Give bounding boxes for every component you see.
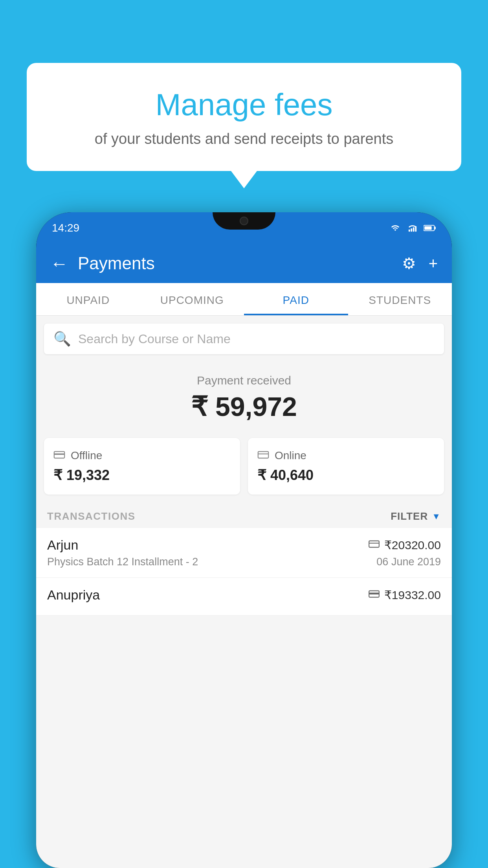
svg-rect-14	[369, 593, 379, 595]
transactions-label: TRANSACTIONS	[47, 510, 136, 522]
battery-icon	[424, 224, 436, 232]
svg-rect-0	[409, 230, 410, 232]
signal-icon	[406, 224, 419, 232]
transaction-top-row: Anupriya ₹19332.00	[47, 587, 441, 603]
svg-rect-9	[258, 452, 268, 458]
table-row[interactable]: Arjun ₹20320.00 Physics Batch 12 Install…	[36, 528, 452, 578]
svg-rect-6	[424, 226, 431, 230]
app-header: ← Payments ⚙ +	[36, 244, 452, 283]
svg-rect-2	[413, 227, 415, 232]
transaction-course: Physics Batch 12 Installment - 2	[47, 556, 198, 568]
tabs-bar: UNPAID UPCOMING PAID STUDENTS	[36, 283, 452, 316]
payment-cards: Offline ₹ 19,332 Online ₹ 40,640	[44, 438, 444, 495]
transaction-top-row: Arjun ₹20320.00	[47, 537, 441, 553]
transaction-amount: ₹20320.00	[369, 538, 441, 552]
payment-summary: Payment received ₹ 59,972	[36, 362, 452, 432]
bubble-subtitle: of your students and send receipts to pa…	[46, 131, 442, 147]
transaction-amount: ₹19332.00	[369, 588, 441, 602]
tab-students[interactable]: STUDENTS	[348, 283, 452, 315]
transactions-header: TRANSACTIONS FILTER ▼	[36, 502, 452, 528]
online-amount: ₹ 40,640	[257, 467, 435, 484]
svg-rect-3	[415, 226, 416, 232]
svg-rect-1	[411, 228, 412, 232]
transaction-date: 06 June 2019	[376, 556, 441, 568]
svg-rect-5	[434, 227, 435, 230]
filter-label: FILTER	[391, 510, 428, 522]
status-icons	[389, 224, 436, 232]
wifi-icon	[389, 224, 402, 232]
offline-amount: ₹ 19,332	[53, 467, 231, 484]
offline-icon	[53, 449, 65, 462]
tab-unpaid[interactable]: UNPAID	[36, 283, 140, 315]
header-icons: ⚙ +	[402, 254, 438, 272]
status-bar: 14:29	[36, 212, 452, 244]
status-time: 14:29	[52, 222, 79, 234]
svg-rect-8	[54, 453, 64, 455]
tab-paid[interactable]: PAID	[244, 283, 348, 315]
settings-icon[interactable]: ⚙	[402, 254, 416, 272]
payment-type-icon	[369, 539, 380, 551]
online-card-header: Online	[257, 449, 435, 462]
filter-icon: ▼	[432, 511, 441, 522]
speech-bubble: Manage fees of your students and send re…	[27, 63, 461, 171]
offline-card: Offline ₹ 19,332	[44, 438, 240, 495]
svg-rect-11	[369, 541, 379, 547]
transaction-name: Anupriya	[47, 587, 100, 603]
online-icon	[257, 449, 269, 462]
transaction-name: Arjun	[47, 537, 78, 553]
payment-amount: ₹ 59,972	[36, 391, 452, 422]
search-bar[interactable]: 🔍 Search by Course or Name	[44, 324, 444, 354]
offline-card-header: Offline	[53, 449, 231, 462]
payment-type-icon	[369, 589, 380, 601]
search-icon: 🔍	[53, 331, 71, 347]
payment-label: Payment received	[36, 374, 452, 387]
camera	[240, 217, 248, 225]
table-row[interactable]: Anupriya ₹19332.00	[36, 578, 452, 616]
phone-frame: 14:29 ← Payments ⚙	[36, 212, 452, 868]
online-card: Online ₹ 40,640	[248, 438, 444, 495]
add-button[interactable]: +	[429, 255, 438, 272]
transaction-bottom-row: Physics Batch 12 Installment - 2 06 June…	[47, 556, 441, 568]
search-placeholder: Search by Course or Name	[78, 332, 231, 346]
online-label: Online	[275, 449, 306, 462]
notch	[213, 212, 275, 230]
tab-upcoming[interactable]: UPCOMING	[140, 283, 244, 315]
filter-button[interactable]: FILTER ▼	[391, 510, 441, 522]
screen-content: 🔍 Search by Course or Name Payment recei…	[36, 316, 452, 868]
back-button[interactable]: ←	[50, 254, 68, 272]
bubble-title: Manage fees	[46, 86, 442, 123]
offline-label: Offline	[71, 449, 102, 462]
page-title: Payments	[78, 254, 393, 273]
